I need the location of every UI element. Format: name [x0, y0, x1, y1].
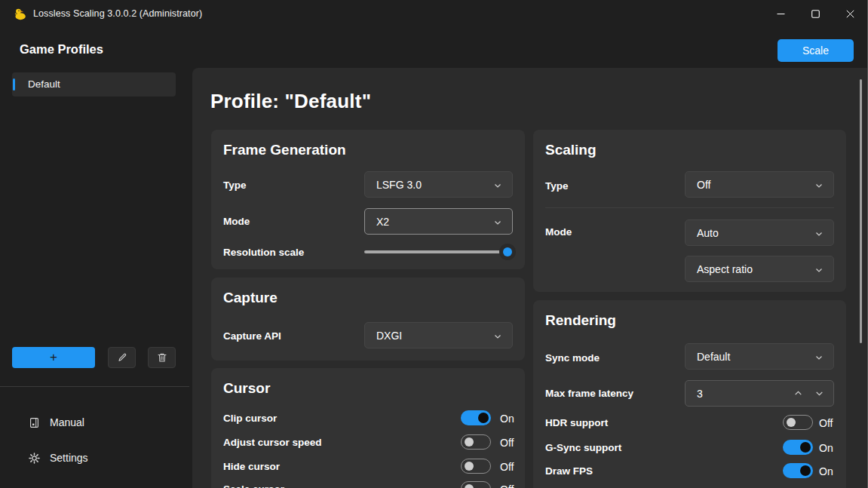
delete-profile-button[interactable] [148, 347, 176, 368]
scale-cursor-label: Scale cursor [223, 483, 284, 488]
sync-mode-value: Default [697, 351, 730, 363]
hide-cursor-state: Off [500, 461, 514, 473]
trash-icon [157, 352, 167, 363]
draw-fps-label: Draw FPS [545, 465, 593, 477]
app-title: Lossless Scaling 3.0.0.2 (Administrator) [33, 8, 202, 19]
profile-panel: Profile: "Default" Frame Generation Type… [192, 68, 868, 488]
vertical-scrollbar[interactable] [860, 79, 862, 343]
clip-cursor-state: On [500, 413, 514, 425]
manual-book-icon [29, 417, 40, 428]
scaling-title: Scaling [545, 142, 597, 158]
gsync-support-label: G-Sync support [545, 442, 621, 453]
scaling-aspect-ratio-value: Aspect ratio [697, 263, 753, 275]
slider-track [364, 250, 513, 253]
resolution-scale-slider[interactable] [364, 244, 513, 259]
frame-generation-card: Frame Generation Type LSFG 3.0 Mode X2 R… [211, 130, 525, 269]
toggle-knob [465, 462, 474, 471]
draw-fps-toggle[interactable] [783, 463, 813, 478]
sidebar-divider [0, 386, 189, 387]
adjust-cursor-speed-label: Adjust cursor speed [223, 437, 322, 448]
hide-cursor-toggle[interactable] [461, 459, 491, 474]
selected-indicator [13, 78, 15, 91]
close-icon [846, 10, 854, 18]
app-duck-icon [14, 8, 26, 20]
scale-cursor-state: Off [500, 483, 514, 488]
scaling-mode-dropdown[interactable]: Auto [685, 219, 834, 246]
draw-fps-state: On [819, 465, 833, 477]
maximize-icon [811, 10, 820, 18]
sidebar-item-default-profile[interactable]: Default [12, 72, 176, 97]
capture-card: Capture Capture API DXGI [211, 278, 525, 361]
scaling-mode-value: Auto [697, 227, 719, 239]
capture-api-dropdown[interactable]: DXGI [364, 322, 513, 348]
hdr-support-state: Off [819, 417, 833, 429]
max-frame-latency-value: 3 [697, 388, 703, 400]
rendering-title: Rendering [545, 312, 616, 329]
toggle-knob [800, 465, 811, 476]
capture-title: Capture [223, 290, 278, 306]
gsync-support-toggle[interactable] [783, 440, 813, 455]
chevron-down-icon[interactable] [814, 388, 824, 398]
maximize-button[interactable] [798, 0, 833, 28]
cursor-card: Cursor Clip cursor On Adjust cursor spee… [211, 368, 525, 488]
close-button[interactable] [833, 0, 867, 28]
toggle-knob [465, 484, 474, 488]
window-caption-buttons [763, 0, 867, 28]
minimize-button[interactable] [763, 0, 798, 28]
pencil-icon [117, 352, 127, 363]
chevron-down-icon [493, 332, 502, 341]
scaling-mode-label: Mode [545, 226, 572, 238]
hdr-support-toggle[interactable] [783, 415, 813, 430]
edit-profile-button[interactable] [108, 347, 136, 368]
fg-type-label: Type [223, 180, 247, 191]
gear-icon [29, 453, 40, 464]
add-profile-button[interactable]: + [12, 347, 95, 368]
gsync-support-state: On [819, 442, 833, 454]
scaling-aspect-ratio-dropdown[interactable]: Aspect ratio [685, 256, 834, 282]
fg-mode-dropdown[interactable]: X2 [364, 208, 513, 235]
chevron-down-icon [814, 353, 824, 362]
scaling-card: Scaling Type Off Mode Auto Aspect ratio [533, 130, 846, 292]
manual-label: Manual [50, 416, 84, 428]
scaling-type-label: Type [545, 180, 569, 192]
adjust-cursor-speed-state: Off [500, 437, 514, 449]
chevron-down-icon [814, 265, 824, 275]
fg-mode-label: Mode [223, 216, 250, 227]
scaling-divider [545, 207, 834, 208]
max-frame-latency-spinner[interactable]: 3 [685, 380, 834, 407]
scale-cursor-toggle[interactable] [461, 481, 491, 488]
clip-cursor-label: Clip cursor [223, 413, 277, 424]
sync-mode-dropdown[interactable]: Default [685, 343, 834, 370]
minimize-icon [777, 10, 785, 18]
chevron-down-icon [493, 181, 502, 190]
chevron-down-icon [814, 181, 824, 190]
titlebar: Lossless Scaling 3.0.0.2 (Administrator) [0, 0, 868, 29]
sidebar-item-settings[interactable]: Settings [9, 445, 183, 471]
max-frame-latency-label: Max frame latency [545, 388, 633, 399]
clip-cursor-toggle[interactable] [461, 410, 491, 425]
cursor-title: Cursor [223, 380, 270, 397]
page-title: Game Profiles [20, 42, 103, 57]
fg-type-value: LSFG 3.0 [376, 179, 422, 191]
resolution-scale-label: Resolution scale [223, 247, 304, 258]
capture-api-value: DXGI [376, 330, 402, 342]
scaling-type-dropdown[interactable]: Off [685, 171, 834, 198]
profile-heading: Profile: "Default" [210, 90, 371, 113]
settings-label: Settings [50, 452, 88, 464]
adjust-cursor-speed-toggle[interactable] [461, 434, 491, 450]
slider-thumb[interactable] [499, 244, 516, 260]
chevron-down-icon [493, 218, 502, 227]
hdr-support-label: HDR support [545, 417, 608, 428]
fg-mode-value: X2 [376, 216, 389, 228]
toggle-knob [787, 418, 796, 427]
profile-item-label: Default [28, 78, 60, 90]
fg-type-dropdown[interactable]: LSFG 3.0 [364, 171, 513, 198]
sync-mode-label: Sync mode [545, 352, 600, 364]
scale-button[interactable]: Scale [778, 39, 854, 62]
sidebar-item-manual[interactable]: Manual [9, 410, 183, 435]
scaling-type-value: Off [697, 179, 710, 191]
capture-api-label: Capture API [223, 330, 281, 342]
rendering-card: Rendering Sync mode Default Max frame la… [533, 300, 846, 488]
chevron-up-icon[interactable] [793, 388, 803, 398]
hide-cursor-label: Hide cursor [223, 461, 280, 472]
